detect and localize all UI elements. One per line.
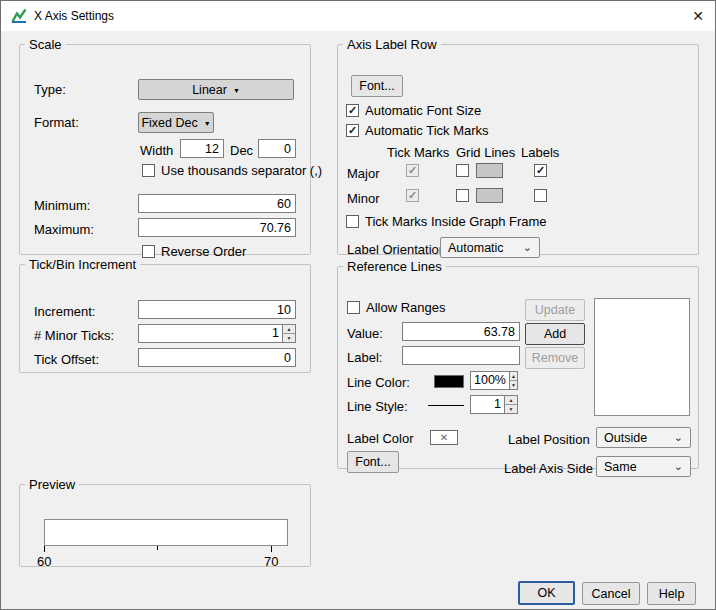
preview-major-tick xyxy=(44,546,45,552)
close-icon: ✕ xyxy=(692,8,704,24)
reference-lines-group: Reference Lines Allow Ranges Update Valu… xyxy=(337,259,699,469)
major-row-label: Major xyxy=(347,166,380,181)
line-color-swatch[interactable] xyxy=(434,375,464,388)
maximum-input[interactable] xyxy=(138,218,296,237)
label-position-select[interactable]: Outside ⌄ xyxy=(596,427,691,448)
label-axis-side-select[interactable]: Same ⌄ xyxy=(596,456,691,477)
major-grid-color-swatch[interactable] xyxy=(476,163,503,178)
ref-label-input[interactable] xyxy=(402,346,520,365)
increment-input[interactable] xyxy=(138,300,296,319)
spinner[interactable]: ▲ ▼ xyxy=(282,324,296,343)
spinner-up-icon[interactable]: ▲ xyxy=(283,325,295,334)
font-button-axis-label[interactable]: Font... xyxy=(351,75,403,97)
width-input[interactable] xyxy=(180,139,224,158)
width-label: Width xyxy=(140,143,173,158)
axis-label-row-group: Axis Label Row Font... ✓ Automatic Font … xyxy=(337,37,699,255)
spinner-up-icon[interactable]: ▲ xyxy=(505,396,517,405)
allow-ranges-checkbox[interactable]: Allow Ranges xyxy=(347,300,446,315)
major-grid-lines-checkbox[interactable] xyxy=(456,164,469,177)
minor-ticks-stepper[interactable]: 1 ▲ ▼ xyxy=(138,324,296,343)
cancel-button-label: Cancel xyxy=(592,587,631,601)
line-color-label: Line Color: xyxy=(347,375,410,390)
add-button[interactable]: Add xyxy=(525,323,585,345)
spinner-down-icon[interactable]: ▼ xyxy=(510,381,517,389)
preview-axis-frame xyxy=(44,519,288,546)
spinner-down-icon[interactable]: ▼ xyxy=(283,334,295,342)
value-input[interactable] xyxy=(402,322,520,341)
label-orientation-label: Label Orientation: xyxy=(347,242,450,257)
line-opacity-stepper[interactable]: 100% ▲ ▼ xyxy=(470,371,518,390)
font-button-label: Font... xyxy=(359,79,394,93)
chevron-down-icon: ⌄ xyxy=(523,241,532,254)
x-axis-settings-dialog: X Axis Settings ✕ Scale Type: Linear ▼ F… xyxy=(0,0,716,610)
minimum-input[interactable] xyxy=(138,194,296,213)
preview-tick-label: 60 xyxy=(37,554,51,569)
type-dropdown-button[interactable]: Linear ▼ xyxy=(138,79,294,100)
help-button[interactable]: Help xyxy=(647,582,696,605)
major-tick-marks-checkbox: ✓ xyxy=(406,164,419,177)
spinner-up-icon[interactable]: ▲ xyxy=(510,372,517,381)
label-color-swatch[interactable]: ✕ xyxy=(430,430,458,445)
minor-grid-lines-checkbox[interactable] xyxy=(456,189,469,202)
label-position-value: Outside xyxy=(604,431,647,445)
scale-group-title: Scale xyxy=(25,37,66,52)
check-icon: ✓ xyxy=(408,165,417,176)
font-button-reference[interactable]: Font... xyxy=(347,451,399,473)
spinner[interactable]: ▲ ▼ xyxy=(509,371,518,390)
format-label: Format: xyxy=(34,115,79,130)
minor-ticks-label: # Minor Ticks: xyxy=(34,328,114,343)
column-header-tick-marks: Tick Marks xyxy=(387,145,449,160)
tick-marks-inside-checkbox[interactable]: Tick Marks Inside Graph Frame xyxy=(346,214,547,229)
update-button-label: Update xyxy=(535,303,575,317)
checkbox-icon xyxy=(347,301,360,314)
reference-lines-listbox[interactable] xyxy=(594,298,690,416)
close-button[interactable]: ✕ xyxy=(679,1,716,31)
preview-major-tick xyxy=(271,546,272,552)
column-header-labels: Labels xyxy=(521,145,559,160)
label-axis-side-label: Label Axis Side xyxy=(504,461,593,476)
update-button: Update xyxy=(525,299,585,321)
preview-tick-label: 70 xyxy=(264,554,278,569)
major-labels-checkbox[interactable]: ✓ xyxy=(534,164,547,177)
reference-lines-group-title: Reference Lines xyxy=(343,259,446,274)
tick-offset-input[interactable] xyxy=(138,348,296,367)
checkbox-checked-icon: ✓ xyxy=(346,124,359,137)
dec-input[interactable] xyxy=(258,139,296,158)
label-axis-side-value: Same xyxy=(604,460,637,474)
ok-button[interactable]: OK xyxy=(518,581,575,605)
line-width-stepper[interactable]: 1 ▲ ▼ xyxy=(470,395,518,414)
checkbox-icon xyxy=(142,164,155,177)
minor-ticks-value[interactable]: 1 xyxy=(138,324,282,343)
minor-row-label: Minor xyxy=(347,191,380,206)
use-thousands-checkbox[interactable]: Use thousands separator (,) xyxy=(142,163,322,178)
minor-labels-checkbox[interactable] xyxy=(534,189,547,202)
chevron-down-icon: ⌄ xyxy=(674,431,683,444)
line-style-sample[interactable] xyxy=(428,405,464,406)
format-dropdown-button[interactable]: Fixed Dec ▼ xyxy=(138,112,214,133)
tick-offset-label: Tick Offset: xyxy=(34,352,99,367)
preview-group-title: Preview xyxy=(25,477,79,492)
check-icon: ✓ xyxy=(536,165,545,176)
maximum-label: Maximum: xyxy=(34,222,94,237)
add-button-label: Add xyxy=(544,327,566,341)
line-width-value[interactable]: 1 xyxy=(470,395,504,414)
column-header-grid-lines: Grid Lines xyxy=(456,145,515,160)
check-icon: ✓ xyxy=(348,105,357,116)
spinner[interactable]: ▲ ▼ xyxy=(504,395,518,414)
spinner-down-icon[interactable]: ▼ xyxy=(505,405,517,413)
format-value: Fixed Dec xyxy=(141,116,197,130)
label-orientation-select[interactable]: Automatic ⌄ xyxy=(440,237,540,258)
label-orientation-value: Automatic xyxy=(448,241,504,255)
line-opacity-value[interactable]: 100% xyxy=(470,371,509,390)
font-button-label: Font... xyxy=(355,455,390,469)
tick-marks-inside-label: Tick Marks Inside Graph Frame xyxy=(365,214,547,229)
minor-grid-color-swatch[interactable] xyxy=(476,188,503,203)
preview-group: Preview 60 70 xyxy=(19,477,311,567)
tick-bin-group-title: Tick/Bin Increment xyxy=(25,257,140,272)
automatic-tick-marks-checkbox[interactable]: ✓ Automatic Tick Marks xyxy=(346,123,489,138)
minor-tick-marks-checkbox: ✓ xyxy=(406,189,419,202)
automatic-font-size-checkbox[interactable]: ✓ Automatic Font Size xyxy=(346,103,481,118)
help-button-label: Help xyxy=(659,587,685,601)
cancel-button[interactable]: Cancel xyxy=(582,582,640,605)
ref-label-label: Label: xyxy=(347,350,382,365)
